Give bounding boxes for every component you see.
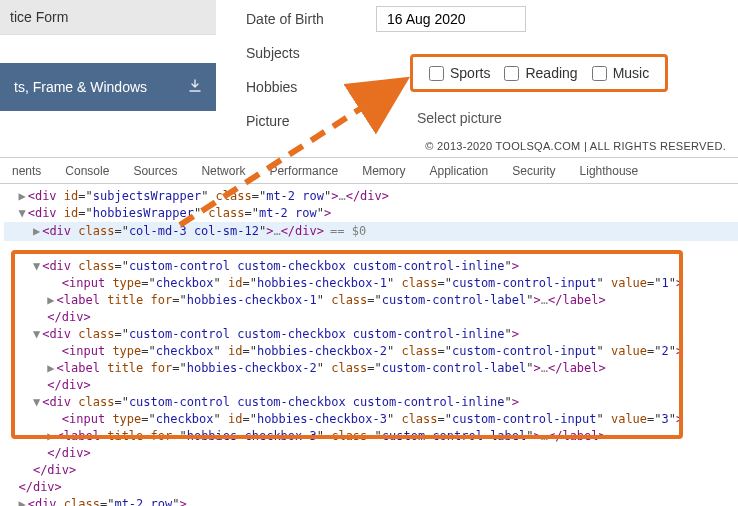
dob-label: Date of Birth [216, 11, 376, 27]
tab-security[interactable]: Security [500, 158, 567, 183]
hobby-music[interactable]: Music [592, 65, 650, 81]
reading-checkbox[interactable] [504, 66, 519, 81]
select-picture-button[interactable]: Select picture [417, 110, 502, 126]
reading-label: Reading [525, 65, 577, 81]
tab-elements[interactable]: nents [0, 158, 53, 183]
devtools-tabs: nents Console Sources Network Performanc… [0, 158, 738, 184]
music-checkbox[interactable] [592, 66, 607, 81]
footer-text: © 2013-2020 TOOLSQA.COM | ALL RIGHTS RES… [425, 140, 726, 152]
sidebar-top-label: tice Form [10, 9, 68, 25]
hobby-sports[interactable]: Sports [429, 65, 490, 81]
hobbies-label: Hobbies [216, 79, 376, 95]
hobby-reading[interactable]: Reading [504, 65, 577, 81]
devtools-panel: nents Console Sources Network Performanc… [0, 157, 738, 506]
sports-checkbox[interactable] [429, 66, 444, 81]
subjects-label: Subjects [216, 45, 376, 61]
tab-network[interactable]: Network [189, 158, 257, 183]
tab-application[interactable]: Application [417, 158, 500, 183]
devtools-elements-tree[interactable]: ▶<div id="subjectsWrapper" class="mt-2 r… [0, 184, 738, 506]
tab-performance[interactable]: Performance [257, 158, 350, 183]
dob-input[interactable] [376, 6, 526, 32]
sidebar-item-frames[interactable]: ts, Frame & Windows [0, 63, 216, 111]
sidebar-blue-label: ts, Frame & Windows [14, 79, 147, 95]
picture-label: Picture [216, 113, 376, 129]
sports-label: Sports [450, 65, 490, 81]
sidebar-item-practice-form[interactable]: tice Form [0, 0, 216, 35]
form-area: tice Form ts, Frame & Windows Date of Bi… [0, 0, 738, 157]
tab-console[interactable]: Console [53, 158, 121, 183]
tab-lighthouse[interactable]: Lighthouse [568, 158, 651, 183]
download-icon [188, 79, 202, 96]
tab-memory[interactable]: Memory [350, 158, 417, 183]
music-label: Music [613, 65, 650, 81]
sidebar: tice Form ts, Frame & Windows [0, 0, 216, 111]
hobby-highlight-box: Sports Reading Music [410, 54, 668, 92]
row-dob: Date of Birth [216, 2, 738, 36]
sidebar-gap [0, 35, 216, 63]
tab-sources[interactable]: Sources [121, 158, 189, 183]
